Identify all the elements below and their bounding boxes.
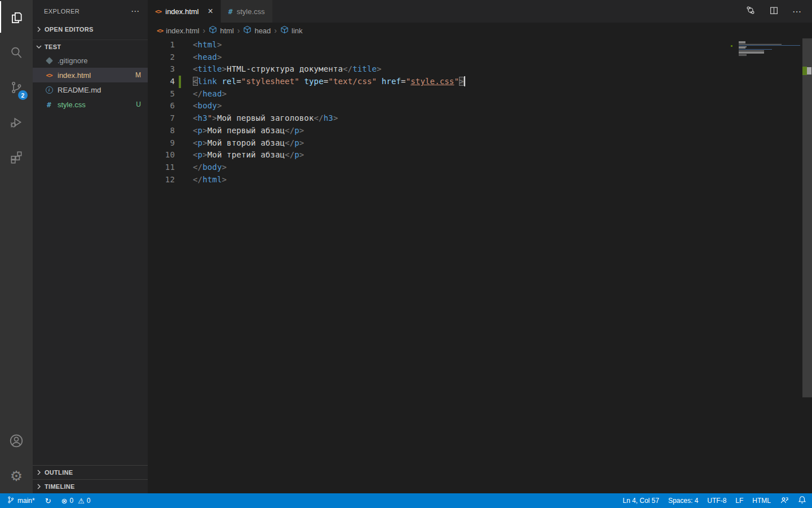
minimap-content — [739, 38, 802, 56]
line-number: 4 — [148, 76, 175, 88]
sync-icon: ↻ — [45, 497, 51, 505]
chevron-right-icon — [34, 468, 43, 477]
more-actions-icon[interactable]: ⋯ — [131, 6, 140, 16]
editor: 1<html>2<head>3<title>HTML-структура док… — [148, 38, 812, 493]
feedback-item[interactable] — [780, 496, 789, 506]
outline-label: OUTLINE — [45, 469, 73, 476]
cursor-position-item[interactable]: Ln 4, Col 57 — [623, 497, 659, 505]
code-text: <head> — [181, 51, 222, 64]
problems-item[interactable]: ⊗ 0 ⚠ 0 — [61, 497, 91, 505]
folder-header-test[interactable]: TEST — [33, 40, 148, 53]
file-row-readme[interactable]: i README.md — [33, 82, 148, 97]
breadcrumb-separator: › — [237, 26, 240, 35]
activity-source-control[interactable]: 2 — [0, 70, 33, 105]
line-number: 12 — [148, 174, 175, 186]
breadcrumb-label: html — [220, 27, 234, 35]
activity-search[interactable] — [0, 35, 33, 70]
tab-label: style.css — [237, 7, 265, 16]
code-text: <p>Мой первый абзац</p> — [181, 125, 304, 137]
file-name: README.md — [58, 86, 136, 94]
code-line[interactable]: 9<p>Мой второй абзац</p> — [148, 137, 739, 150]
encoding-item[interactable]: UTF-8 — [707, 497, 726, 505]
more-actions-icon[interactable]: ⋯ — [792, 6, 802, 17]
tab-index-html[interactable]: <> index.html × — [148, 0, 221, 23]
breadcrumb-symbol-html[interactable]: html — [209, 25, 234, 36]
git-status-badge: U — [136, 100, 141, 108]
file-row-index-html[interactable]: <> index.html M — [33, 68, 148, 82]
breadcrumb: <> index.html › html › — [148, 23, 812, 38]
code-line[interactable]: 1<html> — [148, 39, 739, 51]
breadcrumb-label: index.html — [166, 27, 199, 35]
line-number: 6 — [148, 100, 175, 112]
explorer-sidebar: EXPLORER ⋯ OPEN EDITORS TEST .gitignore — [33, 0, 148, 493]
outline-header[interactable]: OUTLINE — [33, 465, 148, 479]
code-line[interactable]: 2<head> — [148, 51, 739, 64]
git-branch-item[interactable]: main* — [7, 496, 35, 506]
notifications-item[interactable] — [798, 496, 806, 506]
file-row-gitignore[interactable]: .gitignore — [33, 53, 148, 68]
line-number: 8 — [148, 125, 175, 137]
file-name: style.css — [58, 100, 131, 109]
file-name: index.html — [58, 71, 131, 80]
line-number: 10 — [148, 149, 175, 161]
editor-scrollbar[interactable] — [802, 38, 812, 397]
editor-group: <> index.html × # style.css — [148, 0, 812, 493]
code-lines[interactable]: 1<html>2<head>3<title>HTML-структура док… — [148, 39, 739, 493]
code-line[interactable]: 12</html> — [148, 174, 739, 186]
close-icon[interactable]: × — [208, 7, 213, 16]
tab-style-css[interactable]: # style.css — [221, 0, 273, 23]
minimap[interactable] — [739, 38, 802, 493]
indentation-item[interactable]: Spaces: 4 — [668, 497, 698, 505]
chevron-right-icon — [34, 25, 43, 34]
line-number: 1 — [148, 39, 175, 51]
code-line[interactable]: 7<h3">Мой первый заголовок</h3> — [148, 112, 739, 125]
files-icon — [9, 10, 24, 25]
breadcrumb-separator: › — [274, 26, 277, 35]
gear-icon: ⚙ — [10, 469, 23, 483]
account-button[interactable] — [0, 423, 33, 458]
breadcrumb-file[interactable]: <> index.html — [157, 27, 200, 35]
sync-item[interactable]: ↻ — [45, 497, 51, 505]
feedback-icon — [780, 496, 789, 506]
minimap-modified-marker — [731, 45, 732, 47]
open-editors-label: OPEN EDITORS — [45, 26, 94, 33]
timeline-label: TIMELINE — [45, 483, 75, 490]
code-line[interactable]: 4<link rel="stylesheet" type="text/css" … — [148, 76, 739, 88]
minimap-line — [739, 55, 802, 56]
code-line[interactable]: 10<p>Мой третий абзац</p> — [148, 149, 739, 161]
code-line[interactable]: 11</body> — [148, 161, 739, 174]
text-cursor — [464, 76, 465, 86]
open-changes-icon[interactable] — [745, 5, 756, 17]
symbol-cube-icon — [209, 25, 217, 36]
git-file-icon — [45, 58, 54, 63]
css-file-icon: # — [45, 100, 54, 109]
code-line[interactable]: 8<p>Мой первый абзац</p> — [148, 125, 739, 137]
status-bar-left: main* ↻ ⊗ 0 ⚠ 0 — [7, 496, 91, 506]
code-line[interactable]: 5</head> — [148, 88, 739, 100]
settings-button[interactable]: ⚙ — [0, 458, 33, 493]
activity-explorer[interactable] — [0, 0, 33, 35]
line-number: 9 — [148, 137, 175, 150]
eol-item[interactable]: LF — [735, 497, 743, 505]
activity-run-debug[interactable] — [0, 105, 33, 140]
warning-icon: ⚠ — [78, 497, 85, 505]
breadcrumb-symbol-link[interactable]: link — [280, 25, 303, 36]
timeline-header[interactable]: TIMELINE — [33, 479, 148, 493]
file-row-style-css[interactable]: # style.css U — [33, 97, 148, 112]
activity-extensions[interactable] — [0, 140, 33, 175]
status-bar-right: Ln 4, Col 57 Spaces: 4 UTF-8 LF HTML — [623, 496, 806, 506]
workbench: 2 — [0, 0, 812, 493]
line-number: 7 — [148, 112, 175, 125]
breadcrumb-symbol-head[interactable]: head — [243, 25, 271, 36]
symbol-cube-icon — [243, 25, 251, 36]
open-editors-header[interactable]: OPEN EDITORS — [33, 23, 148, 36]
account-icon — [8, 433, 24, 449]
language-mode-item[interactable]: HTML — [752, 497, 771, 505]
html-file-icon: <> — [155, 8, 161, 15]
search-icon — [9, 45, 24, 60]
code-line[interactable]: 6<body> — [148, 100, 739, 112]
error-count: 0 — [70, 497, 74, 505]
split-editor-icon[interactable] — [769, 6, 779, 17]
bell-icon — [798, 496, 806, 506]
code-line[interactable]: 3<title>HTML-структура документа</title> — [148, 63, 739, 76]
